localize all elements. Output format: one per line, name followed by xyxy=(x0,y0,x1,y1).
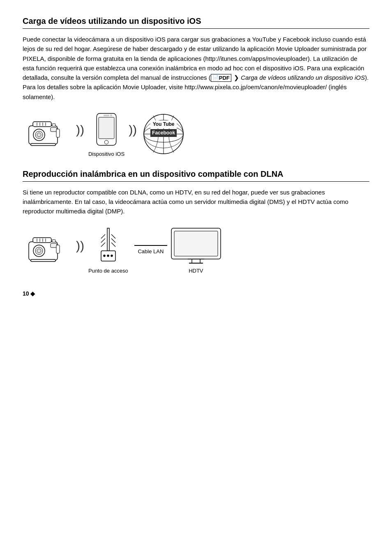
svg-point-15 xyxy=(104,140,108,144)
pdf-arrow: ❯ xyxy=(234,74,239,81)
access-point-item: Punto de acceso xyxy=(88,226,128,274)
section1-title: Carga de vídeos utilizando un dispositiv… xyxy=(23,16,369,26)
svg-line-39 xyxy=(101,238,105,243)
svg-point-46 xyxy=(111,255,113,257)
svg-rect-10 xyxy=(56,129,60,137)
section2-body: Si tiene un reproductor compatible con D… xyxy=(23,187,369,216)
hdtv-item: HDTV xyxy=(169,226,223,274)
svg-rect-32 xyxy=(51,243,57,248)
pdf-italic-text: Carga de vídeos utilizando un dispositiv… xyxy=(241,74,365,81)
svg-rect-4 xyxy=(33,122,51,127)
access-point-icon xyxy=(97,226,120,265)
svg-rect-14 xyxy=(99,117,114,139)
youtube-label: You Tube xyxy=(150,120,177,128)
ios-device-icon xyxy=(92,111,121,148)
cable-lan-label: Cable LAN xyxy=(138,248,164,255)
camcorder-item xyxy=(23,118,72,150)
lan-cable-item: Cable LAN xyxy=(134,245,167,255)
svg-line-41 xyxy=(111,234,115,238)
svg-point-26 xyxy=(37,249,41,253)
hdtv-label: HDTV xyxy=(189,268,203,274)
svg-point-3 xyxy=(37,133,41,137)
camcorder2-icon xyxy=(23,234,72,266)
svg-line-40 xyxy=(101,243,105,247)
svg-point-45 xyxy=(107,255,109,257)
svg-rect-16 xyxy=(104,115,109,116)
page-number: 10 ◆ xyxy=(23,290,369,297)
section2-divider xyxy=(23,181,369,182)
svg-rect-48 xyxy=(174,231,218,256)
section2: Reproducción inalámbrica en un dispositi… xyxy=(23,169,369,274)
section2-title: Reproducción inalámbrica en un dispositi… xyxy=(23,169,369,179)
svg-rect-36 xyxy=(107,228,109,251)
svg-rect-34 xyxy=(31,259,55,261)
camcorder-icon xyxy=(23,118,72,150)
svg-line-43 xyxy=(111,243,115,247)
pdf-icon-symbol: 📄PDF xyxy=(211,74,231,82)
facebook-label: Facebook xyxy=(150,129,177,137)
wifi-waves-dlna: )) xyxy=(76,239,84,261)
hdtv-icon xyxy=(169,226,223,265)
dlna-diagram: )) Punto de acceso xyxy=(23,226,369,274)
section1-divider xyxy=(23,28,369,29)
camcorder2-item xyxy=(23,234,72,266)
svg-rect-12 xyxy=(52,124,55,126)
globe-container: You Tube Facebook xyxy=(141,111,186,157)
globe-item: You Tube Facebook xyxy=(141,111,186,157)
globe-labels: You Tube Facebook xyxy=(150,120,177,137)
svg-point-44 xyxy=(104,255,105,257)
ios-upload-diagram: )) Dispositivo iOS )) xyxy=(23,111,369,157)
section1-body: Puede conectar la videocámara a un dispo… xyxy=(23,35,369,102)
ios-device-item: Dispositivo iOS xyxy=(88,111,125,157)
svg-rect-27 xyxy=(33,238,51,243)
ios-label: Dispositivo iOS xyxy=(88,151,125,157)
wifi-waves-2: )) xyxy=(129,123,137,145)
svg-point-17 xyxy=(111,114,112,116)
svg-rect-35 xyxy=(52,240,55,242)
wifi-waves-1: )) xyxy=(76,123,84,145)
access-point-label: Punto de acceso xyxy=(88,268,128,274)
svg-rect-33 xyxy=(56,245,60,253)
svg-rect-9 xyxy=(51,127,57,132)
lan-line xyxy=(134,245,167,246)
svg-rect-11 xyxy=(31,143,55,146)
svg-line-38 xyxy=(101,234,105,238)
svg-line-42 xyxy=(111,238,115,243)
